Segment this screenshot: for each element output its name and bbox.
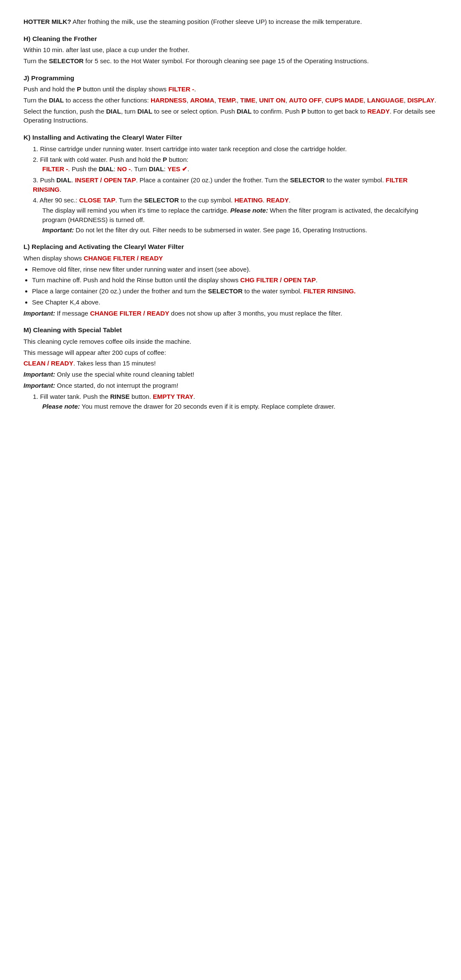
language-label: LANGUAGE xyxy=(367,97,404,104)
section-k: K) Installing and Activating the Clearyl… xyxy=(23,133,438,234)
section-l-body: When display shows CHANGE FILTER / READY… xyxy=(23,254,438,318)
section-m-list: 1. Fill water tank. Push the RINSE butto… xyxy=(33,392,438,412)
section-h-body: Within 10 min. after last use, place a c… xyxy=(23,45,438,66)
insert-open-tap-label: INSERT / OPEN TAP xyxy=(75,176,136,184)
important-label-m2: Important: xyxy=(23,382,55,389)
intro-hotter-milk: HOTTER MILK? After frothing the milk, us… xyxy=(23,17,438,26)
item-3-num: 3. xyxy=(33,176,40,184)
dial-label-5: DIAL xyxy=(99,165,114,173)
change-filter-ready-label: CHANGE FILTER / READY xyxy=(84,255,163,262)
section-j-title: J) Programming xyxy=(23,73,438,83)
section-m-title: M) Cleaning with Special Tablet xyxy=(23,325,438,335)
unit-on-label: UNIT ON xyxy=(259,97,286,104)
selector-label-3: SELECTOR xyxy=(144,196,179,204)
section-l: L) Replacing and Activating the Clearyl … xyxy=(23,242,438,318)
section-m-p3: CLEAN / READY. Takes less than 15 minute… xyxy=(23,359,438,368)
section-h: H) Cleaning the Frother Within 10 min. a… xyxy=(23,34,438,66)
dial-label-2: DIAL xyxy=(106,108,121,115)
hotter-milk-text: After frothing the milk, use the steamin… xyxy=(71,18,362,25)
hotter-milk-paragraph: HOTTER MILK? After frothing the milk, us… xyxy=(23,17,438,26)
filter-dash-2: FILTER - xyxy=(42,165,68,173)
heating-label: HEATING xyxy=(234,196,263,204)
auto-off-label: AUTO OFF xyxy=(289,97,321,104)
section-m: M) Cleaning with Special Tablet This cle… xyxy=(23,325,438,411)
section-k-list: 1. Rinse cartridge under running water. … xyxy=(33,144,438,235)
section-k-item-3: 3. Push DIAL. INSERT / OPEN TAP. Place a… xyxy=(33,176,438,194)
section-j-body: Push and hold the P button until the dis… xyxy=(23,85,438,125)
filter-dash-label: FILTER - xyxy=(168,85,194,93)
item-4-display-note: The display will remind you when it's ti… xyxy=(42,206,438,225)
temp-label: TEMP. xyxy=(218,97,236,104)
important-label-l: Important: xyxy=(23,310,55,317)
item-4-important: Important: Do not let the filter dry out… xyxy=(42,225,438,235)
item-m1-num: 1. xyxy=(33,393,40,400)
item-2-num: 2. xyxy=(33,156,40,163)
section-l-intro: When display shows CHANGE FILTER / READY xyxy=(23,254,438,263)
clean-ready-label: CLEAN / READY xyxy=(23,360,73,367)
section-m-body: This cleaning cycle removes coffee oils … xyxy=(23,337,438,411)
dial-label-3: DIAL xyxy=(137,108,152,115)
aroma-label: AROMA xyxy=(190,97,214,104)
rinse-label: RINSE xyxy=(110,393,130,400)
important-label-m1: Important: xyxy=(23,371,55,378)
selector-label-4: SELECTOR xyxy=(208,287,242,295)
hardness-label: HARDNESS xyxy=(151,97,187,104)
section-l-item-3: Place a large container (20 oz.) under t… xyxy=(32,287,438,296)
time-label: TIME xyxy=(240,97,256,104)
item-1-num: 1. xyxy=(33,145,40,152)
cups-made-label: CUPS MADE xyxy=(325,97,364,104)
section-k-item-2: 2. Fill tank with cold water. Push and h… xyxy=(33,155,438,174)
filter-rinsing-label-2: FILTER RINSING. xyxy=(303,287,356,295)
p-button-label: P xyxy=(77,85,81,93)
section-k-title: K) Installing and Activating the Clearyl… xyxy=(23,133,438,142)
selector-label-2: SELECTOR xyxy=(290,176,325,184)
ready-label-2: READY xyxy=(266,196,289,204)
section-l-item-4: See Chapter K,4 above. xyxy=(32,298,438,307)
p-button-label-3: P xyxy=(163,156,167,163)
please-note-label: Please note: xyxy=(230,207,268,214)
section-m-item-1: 1. Fill water tank. Push the RINSE butto… xyxy=(33,392,438,412)
section-l-title: L) Replacing and Activating the Clearyl … xyxy=(23,242,438,252)
close-tap-label: CLOSE TAP xyxy=(79,196,115,204)
section-l-list: Remove old filter, rinse new filter unde… xyxy=(32,265,438,307)
important-label-k: Important: xyxy=(42,226,74,234)
section-m-p4: Important: Only use the special white ro… xyxy=(23,370,438,379)
section-j-p2: Turn the DIAL to access the other functi… xyxy=(23,96,438,105)
item-4-num: 4. xyxy=(33,196,40,204)
change-filter-ready-label-2: CHANGE FILTER / READY xyxy=(90,310,169,317)
section-l-item-1: Remove old filter, rinse new filter unde… xyxy=(32,265,438,274)
item-2-line2: FILTER -. Push the DIAL: NO -. Turn DIAL… xyxy=(42,164,438,174)
section-j: J) Programming Push and hold the P butto… xyxy=(23,73,438,125)
dial-label-6: DIAL xyxy=(149,165,164,173)
chg-filter-open-tap-label: CHG FILTER / OPEN TAP xyxy=(240,276,316,284)
item-m1-note: Please note: You must remove the drawer … xyxy=(42,402,438,411)
section-m-p1: This cleaning cycle removes coffee oils … xyxy=(23,337,438,346)
section-h-p1: Within 10 min. after last use, place a c… xyxy=(23,45,438,55)
empty-tray-label: EMPTY TRAY xyxy=(153,393,193,400)
ready-label: READY xyxy=(367,108,390,115)
section-h-title: H) Cleaning the Frother xyxy=(23,34,438,44)
section-j-p1: Push and hold the P button until the dis… xyxy=(23,85,438,94)
no-dash-label: NO - xyxy=(117,165,131,173)
section-m-p2: This message will appear after 200 cups … xyxy=(23,348,438,357)
hotter-milk-label: HOTTER MILK? xyxy=(23,18,71,25)
section-k-item-4: 4. After 90 sec.: CLOSE TAP. Turn the SE… xyxy=(33,196,438,234)
please-note-label-m: Please note: xyxy=(42,403,80,410)
section-m-p5: Important: Once started, do not interrup… xyxy=(23,381,438,390)
dial-label-7: DIAL xyxy=(56,176,71,184)
dial-label: DIAL xyxy=(49,97,64,104)
section-j-p3: Select the function, push the DIAL, turn… xyxy=(23,107,438,126)
section-l-important: Important: If message CHANGE FILTER / RE… xyxy=(23,309,438,318)
section-h-p2: Turn the SELECTOR for 5 sec. to the Hot … xyxy=(23,56,438,66)
section-k-item-1: 1. Rinse cartridge under running water. … xyxy=(33,144,438,154)
section-l-item-2: Turn machine off. Push and hold the Rins… xyxy=(32,275,438,285)
p-button-label-2: P xyxy=(301,108,306,115)
selector-label: SELECTOR xyxy=(49,57,83,64)
section-k-body: 1. Rinse cartridge under running water. … xyxy=(23,144,438,235)
display-label: DISPLAY xyxy=(407,97,435,104)
dial-label-4: DIAL xyxy=(236,108,251,115)
yes-check-label: YES ✔ xyxy=(167,165,187,173)
